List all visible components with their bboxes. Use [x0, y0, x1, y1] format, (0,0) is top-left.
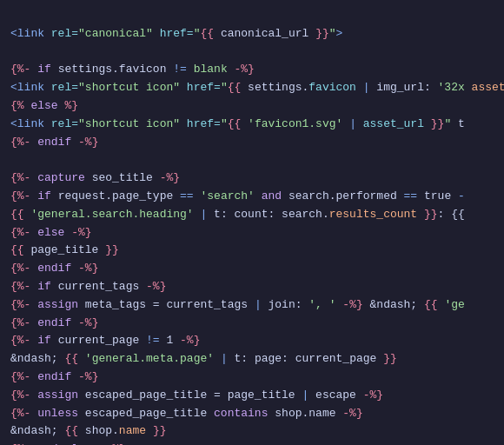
code-token: <link [10, 81, 44, 94]
code-token: if [37, 189, 51, 203]
code-token: }} [424, 208, 438, 221]
code-token: -%} [146, 280, 166, 293]
code-line [10, 151, 494, 169]
code-token: capture [37, 171, 85, 184]
code-token [71, 262, 78, 275]
code-token: 'general.meta.page' [85, 352, 214, 365]
code-token: if [37, 280, 51, 293]
code-token: rel= [44, 117, 78, 130]
code-line: <link rel="shortcut icon" href="{{ 'favi… [10, 116, 494, 134]
code-token [146, 424, 153, 437]
code-token: {%- [10, 370, 30, 383]
code-token: -%} [363, 389, 383, 402]
code-token: {%- [10, 389, 30, 402]
code-token: &ndash; [10, 424, 64, 437]
code-line: {{ page_title }} [10, 242, 494, 260]
code-token: {%- [10, 334, 30, 347]
code-token: " [329, 27, 336, 40]
code-line: {%- capture seo_title -%} [10, 169, 494, 188]
code-token: t: page: current_page [228, 352, 383, 365]
code-token: {{ [64, 424, 78, 437]
code-token: current_page [51, 334, 146, 347]
code-token: assign [37, 298, 78, 311]
code-token: else [37, 226, 64, 239]
code-token: asset_url [363, 117, 424, 130]
code-line [10, 43, 494, 62]
code-line: {%- endif -%} [10, 315, 494, 333]
code-token: > [336, 27, 343, 40]
code-token [424, 117, 431, 130]
code-token: -%} [342, 298, 362, 311]
code-token: {%- [10, 280, 30, 293]
code-line: {%- assign meta_tags = current_tags | jo… [10, 296, 494, 315]
code-token: &ndash; [363, 298, 424, 311]
code-line: {{ 'general.search.heading' | t: count: … [10, 206, 494, 224]
code-token: {%- [10, 407, 30, 420]
code-token: favicon [308, 81, 356, 94]
code-token: endif [37, 262, 71, 275]
code-token: {% [10, 99, 24, 112]
code-token: 1 [160, 334, 180, 347]
code-token: | [349, 117, 356, 130]
code-line: &ndash; {{ 'general.meta.page' | t: page… [10, 350, 494, 369]
code-line: {%- else -%} [10, 224, 494, 242]
code-token: unless [37, 407, 78, 420]
code-line: <link rel="shortcut icon" href="{{ setti… [10, 79, 494, 97]
code-token: "shortcut icon" [78, 117, 180, 130]
code-token: request.page_type [51, 189, 180, 203]
code-editor: <link rel="canonical" href="{{ canonical… [0, 0, 504, 445]
code-token: and [262, 189, 282, 203]
code-token: {%- [10, 226, 30, 239]
code-line: &ndash; {{ shop.name }} [10, 422, 494, 441]
code-token: {%- [10, 262, 30, 275]
code-token: escaped_page_title = page_title [78, 389, 302, 402]
code-token [214, 352, 221, 365]
code-token: {%- [10, 298, 30, 311]
code-token: if [37, 63, 51, 76]
code-token: join: [262, 298, 309, 311]
code-line: {%- endunless -%} [10, 441, 494, 445]
code-token: href= [153, 27, 194, 40]
code-token: -%} [342, 407, 362, 420]
code-token: }} [431, 117, 445, 130]
code-token: {%- [10, 136, 30, 149]
code-token: shop. [78, 424, 119, 437]
code-line: {%- assign escaped_page_title = page_tit… [10, 387, 494, 405]
code-line: {%- if settings.favicon != blank -%} [10, 61, 494, 79]
code-token: 'ge [444, 298, 464, 311]
code-token [356, 117, 363, 130]
code-token: == [404, 189, 418, 203]
code-line: <link rel="canonical" href="{{ canonical… [10, 25, 494, 43]
code-token: " [221, 81, 228, 94]
code-token [78, 352, 85, 365]
code-token: img_url: [370, 81, 438, 94]
code-line: {%- endif -%} [10, 260, 494, 278]
code-token: 'favicon1.svg' [248, 117, 342, 130]
code-line: {%- endif -%} [10, 134, 494, 152]
code-token: 'search' [200, 189, 254, 203]
code-token: {{ [228, 117, 242, 130]
code-token: endif [37, 136, 71, 149]
code-token [71, 136, 78, 149]
code-token: current_tags [51, 280, 146, 293]
code-token: {%- [10, 171, 30, 184]
code-token: search.performed [282, 189, 403, 203]
code-token: != [146, 334, 160, 347]
code-token: }} [315, 27, 329, 40]
code-token: asset Url [472, 81, 504, 94]
code-token [342, 117, 349, 130]
code-token: page_title [24, 243, 106, 256]
code-token: &ndash; [10, 352, 64, 365]
code-token: endif [37, 316, 71, 329]
code-token: | [363, 81, 370, 94]
code-line: {%- endif -%} [10, 369, 494, 387]
code-token: {{ [200, 27, 214, 40]
code-token [465, 81, 472, 94]
code-token: }} [383, 352, 397, 365]
code-token: {%- [10, 189, 30, 203]
code-token [417, 208, 424, 221]
code-token [255, 189, 262, 203]
code-token: {{ [64, 352, 78, 365]
code-token: 'general.search.heading' [30, 208, 193, 221]
code-token: -%} [78, 316, 98, 329]
